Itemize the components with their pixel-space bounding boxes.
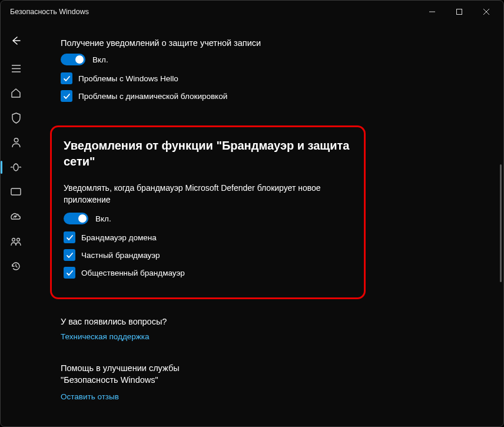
footer-block: У вас появились вопросы? Техническая под…: [61, 317, 486, 416]
app-window: Безопасность Windows: [0, 0, 504, 427]
close-button[interactable]: [473, 2, 500, 21]
nav-history-icon[interactable]: [1, 254, 31, 279]
account-toggle-label: Вкл.: [92, 55, 108, 64]
label-private-firewall: Частный брандмауэр: [81, 251, 160, 260]
label-public-firewall: Общественный брандмауэр: [81, 269, 185, 277]
checkbox-dynamic-lock[interactable]: [61, 90, 72, 102]
support-link[interactable]: Техническая поддержка: [61, 332, 150, 341]
firewall-toggle-label: Вкл.: [95, 214, 111, 223]
firewall-highlight-box: Уведомления от функции "Брандмауэр и защ…: [50, 125, 366, 299]
svg-point-10: [17, 238, 20, 241]
svg-point-7: [14, 138, 18, 143]
footer-question-1: У вас появились вопросы?: [61, 317, 486, 326]
titlebar: Безопасность Windows: [1, 1, 503, 23]
svg-point-9: [12, 238, 15, 241]
maximize-button[interactable]: [446, 2, 473, 21]
scrollbar-thumb[interactable]: [500, 164, 502, 282]
firewall-section-desc: Уведомлять, когда брандмауэр Microsoft D…: [64, 183, 352, 206]
feedback-link[interactable]: Оставить отзыв: [61, 392, 119, 401]
window-controls: [419, 2, 500, 21]
nav-account-icon[interactable]: [1, 130, 31, 155]
label-dynamic-lock: Проблемы с динамической блокировкой: [78, 92, 227, 101]
nav-home-icon[interactable]: [1, 81, 31, 105]
nav-menu-icon[interactable]: [1, 56, 31, 81]
footer-question-2: Помощь в улучшении службы "Безопасность …: [61, 362, 214, 386]
firewall-notify-toggle[interactable]: [64, 213, 88, 224]
content-area: Получение уведомлений о защите учетной з…: [31, 23, 503, 426]
label-domain-firewall: Брандмауэр домена: [81, 233, 157, 242]
nav-family-icon[interactable]: [1, 229, 31, 254]
account-notify-title: Получение уведомлений о защите учетной з…: [61, 38, 486, 48]
nav-firewall-icon[interactable]: [1, 155, 31, 180]
checkbox-public-firewall[interactable]: [64, 267, 75, 279]
nav-shield-icon[interactable]: [1, 105, 31, 130]
checkbox-domain-firewall[interactable]: [64, 231, 75, 243]
label-windows-hello: Проблемы с Windows Hello: [78, 74, 178, 83]
minimize-button[interactable]: [419, 2, 446, 21]
checkbox-windows-hello[interactable]: [61, 72, 72, 84]
sidebar: [1, 23, 31, 426]
nav-app-icon[interactable]: [1, 180, 31, 204]
checkbox-private-firewall[interactable]: [64, 249, 75, 261]
nav-device-icon[interactable]: [1, 204, 31, 229]
account-notify-toggle[interactable]: [61, 54, 85, 65]
svg-rect-8: [11, 188, 21, 195]
firewall-section-title: Уведомления от функции "Брандмауэр и защ…: [64, 138, 352, 170]
svg-rect-1: [457, 9, 462, 15]
window-title: Безопасность Windows: [10, 8, 419, 16]
back-button[interactable]: [4, 29, 28, 52]
